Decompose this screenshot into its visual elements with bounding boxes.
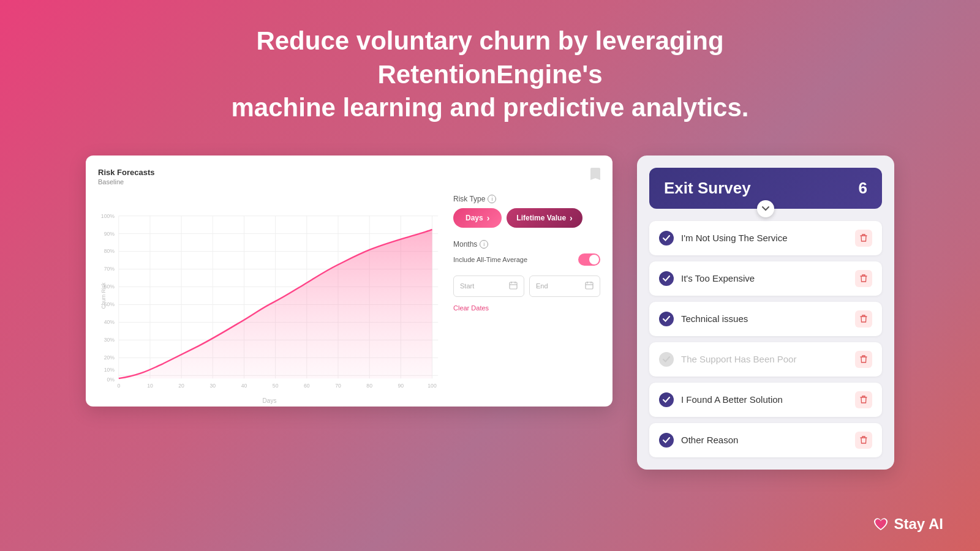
svg-text:40%: 40% [104,319,115,325]
survey-item: The Support Has Been Poor [649,342,882,377]
svg-text:0: 0 [117,382,120,388]
survey-title: Exit Survey [664,179,751,198]
months-label: Months i [453,240,600,249]
calendar-end-icon [585,281,594,291]
calendar-start-icon [509,281,518,291]
risk-panel-subtitle: Baseline [98,178,600,186]
include-avg-text: Include All-Time Average [453,256,527,263]
survey-item-text-1: I'm Not Using The Service [681,233,787,243]
svg-text:30%: 30% [104,337,115,343]
days-button[interactable]: Days › [453,208,502,228]
check-icon-6 [659,433,674,448]
risk-panel: Risk Forecasts Baseline [86,156,612,407]
check-icon-5 [659,392,674,407]
bookmark-icon[interactable] [590,168,600,183]
delete-button-5[interactable] [855,391,872,408]
chevron-right-icon-2: › [570,213,573,223]
info-icon: i [488,195,496,203]
survey-item-left-4: The Support Has Been Poor [659,352,796,367]
survey-item: Technical issues [649,302,882,336]
headline-line1: Reduce voluntary churn by leveraging Ret… [256,26,723,89]
survey-item-left-5: I Found A Better Solution [659,392,783,407]
svg-text:30: 30 [209,382,216,388]
chart-and-controls: 100% 90% 80% 70% 60% 50% 40% 30% 20% 10%… [98,192,600,400]
check-icon-3 [659,312,674,326]
check-icon-1 [659,231,674,246]
stay-ai-logo: Stay AI [872,515,943,533]
survey-chevron-icon[interactable] [757,200,774,217]
survey-item-text-4: The Support Has Been Poor [681,354,796,364]
delete-button-6[interactable] [855,432,872,449]
survey-items: I'm Not Using The Service It's Too Expen… [649,221,882,457]
logo-text: Stay AI [894,515,943,533]
start-date-input[interactable]: Start [453,276,524,297]
svg-text:10%: 10% [104,366,115,372]
include-avg-row: Include All-Time Average [453,253,600,266]
survey-item-text-5: I Found A Better Solution [681,394,783,405]
delete-button-1[interactable] [855,230,872,247]
svg-text:70: 70 [335,382,341,388]
lifetime-value-button[interactable]: Lifetime Value › [507,208,582,228]
svg-text:0%: 0% [107,377,115,383]
survey-count: 6 [859,179,867,198]
svg-text:Churn Risk: Churn Risk [100,282,107,309]
survey-item-left-1: I'm Not Using The Service [659,231,787,246]
risk-chart: 100% 90% 80% 70% 60% 50% 40% 30% 20% 10%… [98,192,441,400]
content-row: Risk Forecasts Baseline [37,156,943,470]
date-inputs: Start End [453,276,600,297]
svg-text:10: 10 [147,382,153,388]
survey-item-text-3: Technical issues [681,313,748,324]
heart-icon [872,515,889,533]
svg-text:100: 100 [428,382,437,388]
svg-text:20: 20 [178,382,184,388]
risk-type-buttons: Days › Lifetime Value › [453,208,600,228]
svg-text:100%: 100% [101,212,115,219]
survey-header: Exit Survey 6 [649,168,882,209]
svg-text:60: 60 [304,382,310,388]
months-info-icon: i [480,240,488,249]
risk-panel-title: Risk Forecasts [98,168,600,177]
end-date-input[interactable]: End [529,276,600,297]
svg-text:80%: 80% [104,248,115,254]
check-icon-4-inactive [659,352,674,367]
survey-item: I Found A Better Solution [649,383,882,417]
risk-type-label: Risk Type i [453,195,600,203]
svg-text:90: 90 [398,382,404,388]
svg-rect-44 [510,282,517,289]
survey-item-left-6: Other Reason [659,433,738,448]
chart-area: 100% 90% 80% 70% 60% 50% 40% 30% 20% 10%… [98,192,441,400]
include-avg-toggle[interactable] [578,253,600,266]
check-icon-2 [659,271,674,286]
svg-text:50: 50 [273,382,279,388]
survey-item-text-2: It's Too Expensive [681,273,755,283]
delete-button-4[interactable] [855,351,872,368]
chevron-right-icon: › [487,213,490,223]
page-wrapper: Reduce voluntary churn by leveraging Ret… [0,0,980,551]
svg-rect-48 [586,282,593,289]
survey-item: It's Too Expensive [649,261,882,296]
svg-text:40: 40 [241,382,247,388]
survey-item: I'm Not Using The Service [649,221,882,255]
svg-text:70%: 70% [104,266,115,272]
svg-text:80: 80 [366,382,372,388]
delete-button-3[interactable] [855,310,872,328]
delete-button-2[interactable] [855,270,872,287]
survey-item-left-2: It's Too Expensive [659,271,755,286]
controls-area: Risk Type i Days › Lifetime Value › [453,192,600,400]
svg-text:90%: 90% [104,230,115,236]
survey-item-left-3: Technical issues [659,312,748,326]
clear-dates-link[interactable]: Clear Dates [453,304,489,312]
survey-item: Other Reason [649,423,882,457]
survey-panel: Exit Survey 6 I'm Not Using The Service [637,156,894,470]
survey-item-text-6: Other Reason [681,435,738,445]
headline-line2: machine learning and predictive analytic… [232,93,749,122]
headline: Reduce voluntary churn by leveraging Ret… [153,24,827,125]
svg-text:20%: 20% [104,354,115,361]
